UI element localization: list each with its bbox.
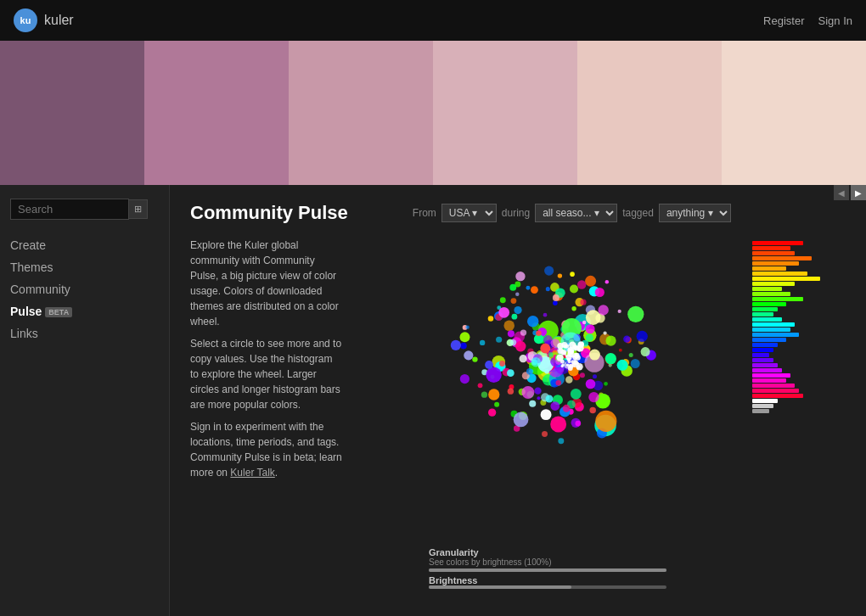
svg-point-105 [544,266,554,276]
prev-arrow[interactable]: ◀ [834,185,849,200]
svg-point-104 [631,359,640,368]
svg-point-156 [595,288,605,297]
svg-point-14 [531,286,538,294]
header-nav: Register Sign In [763,14,852,27]
histogram-bar-row[interactable] [752,282,846,286]
svg-point-21 [558,273,562,277]
histogram-bar-row[interactable] [752,317,846,322]
svg-point-313 [572,344,577,350]
histogram-bar [752,266,786,271]
histogram-bar-row[interactable] [752,333,846,337]
svg-point-99 [480,340,485,345]
sidebar-item-community[interactable]: Community [10,281,159,298]
histogram-bar-row[interactable] [752,246,846,250]
histogram-bar [752,368,782,372]
during-select[interactable]: all seaso... ▾ [535,204,617,222]
palette-strip [0,41,866,185]
svg-point-177 [519,355,526,362]
svg-point-165 [478,383,483,388]
svg-point-227 [605,336,616,346]
from-select[interactable]: USA ▾ [441,204,497,222]
histogram-bar-row[interactable] [752,353,846,357]
histogram-bar-row[interactable] [752,328,846,332]
search-input[interactable] [10,199,129,220]
histogram-bar-row[interactable] [752,338,846,342]
sidebar-item-themes[interactable]: Themes [10,259,159,276]
histogram-bar-row[interactable] [752,384,846,388]
svg-point-221 [488,389,499,400]
palette-swatch [144,41,289,185]
histogram-bar-row[interactable] [752,368,846,372]
search-button[interactable]: ⊞ [129,199,148,219]
histogram-bar-row[interactable] [752,256,846,260]
sidebar-item-links[interactable]: Links [10,325,159,342]
histogram-bar [752,353,769,357]
histogram-bar [752,404,773,408]
histogram-bar-row[interactable] [752,358,846,362]
histogram-bar-row[interactable] [752,251,846,255]
signin-link[interactable]: Sign In [818,14,852,27]
svg-point-317 [564,344,568,349]
histogram-bar-row[interactable] [752,394,846,398]
svg-point-210 [510,339,516,345]
svg-point-231 [571,389,582,400]
svg-point-144 [586,379,596,389]
desc-para-1: Explore the Kuler global community with … [190,238,343,329]
histogram-bar [752,378,786,383]
histogram-bar-row[interactable] [752,241,846,245]
histogram-bar [752,302,786,306]
histogram-bar [752,317,782,322]
histogram-bar-row[interactable] [752,266,846,271]
next-arrow[interactable]: ▶ [851,185,866,200]
register-link[interactable]: Register [763,14,804,27]
histogram-bar [752,358,773,362]
histogram-bar-row[interactable] [752,363,846,367]
svg-point-68 [509,284,516,291]
svg-point-121 [553,300,558,305]
sidebar-item-create[interactable]: Create [10,237,159,254]
histogram-bar-row[interactable] [752,312,846,316]
granularity-slider[interactable] [429,568,666,572]
histogram-bar-row[interactable] [752,292,846,296]
svg-point-309 [565,354,571,360]
histogram-bar-row[interactable] [752,389,846,393]
content-body: Explore the Kuler global community with … [190,238,846,592]
histogram-bar-row[interactable] [752,277,846,281]
histogram-bar-row[interactable] [752,302,846,306]
svg-point-159 [577,280,586,288]
svg-point-147 [586,324,595,333]
histogram-bar [752,272,807,276]
svg-point-252 [508,388,514,394]
content-header: Community Pulse From USA ▾ during all se… [190,202,846,224]
histogram-bar-row[interactable] [752,287,846,291]
histogram-bar-row[interactable] [752,343,846,347]
svg-point-18 [503,321,515,332]
histogram-bar-row[interactable] [752,348,846,352]
svg-point-224 [571,306,576,311]
tagged-select[interactable]: anything ▾ [659,204,731,222]
viz-area: Granularity See colors by brightness (10… [360,238,735,592]
histogram-bar-row[interactable] [752,399,846,403]
histogram-bar-row[interactable] [752,404,846,408]
histogram-bar-row[interactable] [752,307,846,311]
histogram-bar-row[interactable] [752,378,846,383]
sidebar-item-pulse[interactable]: PulseBETA [10,303,159,320]
svg-point-103 [514,306,521,314]
histogram-bar-row[interactable] [752,373,846,378]
svg-point-246 [563,405,571,412]
brightness-slider[interactable] [429,585,666,589]
svg-point-42 [570,284,578,293]
histogram-bar-row[interactable] [752,409,846,413]
histogram-bar-row[interactable] [752,297,846,301]
histogram-bar [752,246,790,250]
search-container: ⊞ [10,199,159,220]
svg-point-311 [568,366,573,371]
page-title: Community Pulse [190,202,348,224]
histogram-bar-row[interactable] [752,261,846,266]
svg-point-29 [488,316,494,322]
brightness-control: Brightness [429,575,666,589]
histogram-bar-row[interactable] [752,272,846,276]
histogram-bar [752,277,820,281]
histogram-bar-row[interactable] [752,322,846,327]
kuler-talk-link[interactable]: Kuler Talk [230,467,274,479]
